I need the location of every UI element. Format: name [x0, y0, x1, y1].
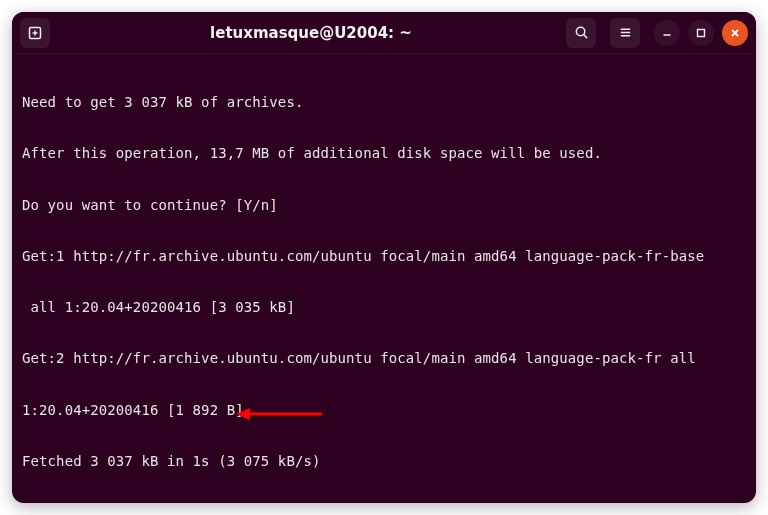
- titlebar-left: [20, 18, 56, 48]
- terminal-line: 1:20.04+20200416 [1 892 B]: [22, 402, 746, 419]
- terminal-line: Need to get 3 037 kB of archives.: [22, 94, 746, 111]
- terminal-line: Do you want to continue? [Y/n]: [22, 197, 746, 214]
- search-icon: [574, 25, 589, 40]
- terminal-window: letuxmasque@U2004: ~: [12, 12, 756, 503]
- hamburger-menu-icon: [618, 25, 633, 40]
- maximize-button[interactable]: [688, 20, 714, 46]
- terminal-line: Get:2 http://fr.archive.ubuntu.com/ubunt…: [22, 350, 746, 367]
- new-tab-button[interactable]: [20, 18, 50, 48]
- terminal-line: Fetched 3 037 kB in 1s (3 075 kB/s): [22, 453, 746, 470]
- terminal-line: After this operation, 13,7 MB of additio…: [22, 145, 746, 162]
- titlebar-right: [566, 18, 748, 48]
- maximize-icon: [695, 27, 707, 39]
- svg-point-3: [576, 27, 584, 35]
- minimize-button[interactable]: [654, 20, 680, 46]
- minimize-icon: [661, 27, 673, 39]
- terminal-line: all 1:20.04+20200416 [3 035 kB]: [22, 299, 746, 316]
- svg-rect-9: [698, 29, 705, 36]
- close-icon: [729, 27, 741, 39]
- window-title: letuxmasque@U2004: ~: [56, 24, 566, 42]
- menu-button[interactable]: [610, 18, 640, 48]
- titlebar: letuxmasque@U2004: ~: [12, 12, 756, 54]
- search-button[interactable]: [566, 18, 596, 48]
- terminal-line: Get:1 http://fr.archive.ubuntu.com/ubunt…: [22, 248, 746, 265]
- close-button[interactable]: [722, 20, 748, 46]
- svg-line-4: [583, 35, 586, 38]
- new-tab-icon: [27, 25, 43, 41]
- terminal-body[interactable]: Need to get 3 037 kB of archives. After …: [12, 54, 756, 503]
